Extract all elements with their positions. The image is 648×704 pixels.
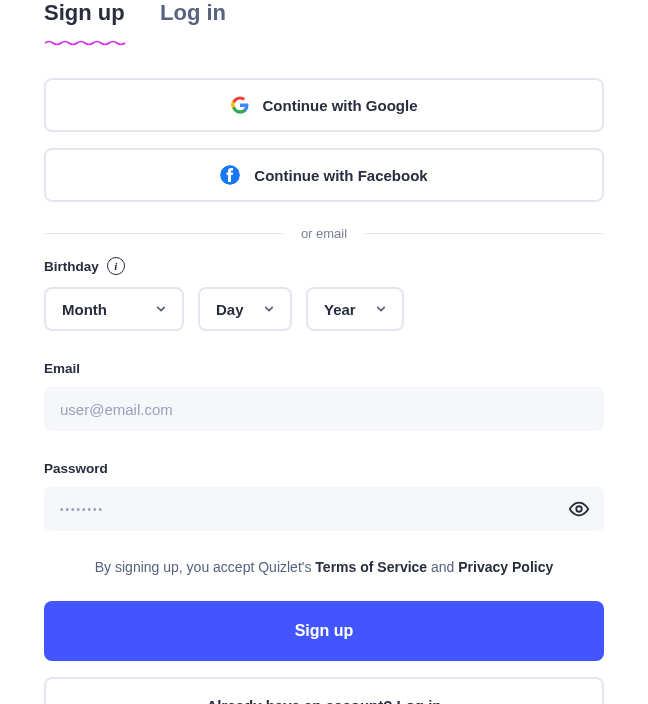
birthday-label: Birthday — [44, 259, 99, 274]
facebook-button-label: Continue with Facebook — [254, 167, 427, 184]
info-icon[interactable]: i — [107, 257, 125, 275]
google-button-label: Continue with Google — [263, 97, 418, 114]
birthday-day-select[interactable]: Day — [198, 287, 292, 331]
divider-label: or email — [301, 226, 347, 241]
password-input[interactable] — [44, 487, 604, 531]
year-value: Year — [324, 301, 356, 318]
facebook-icon — [220, 165, 240, 185]
svg-point-1 — [576, 506, 582, 512]
legal-text: By signing up, you accept Quizlet's Term… — [44, 559, 604, 575]
birthday-month-select[interactable]: Month — [44, 287, 184, 331]
birthday-year-select[interactable]: Year — [306, 287, 404, 331]
email-input[interactable] — [44, 387, 604, 431]
terms-of-service-link[interactable]: Terms of Service — [315, 559, 427, 575]
continue-with-facebook-button[interactable]: Continue with Facebook — [44, 148, 604, 202]
legal-prefix: By signing up, you accept Quizlet's — [95, 559, 316, 575]
active-tab-underline-icon — [44, 40, 128, 46]
continue-with-google-button[interactable]: Continue with Google — [44, 78, 604, 132]
email-label: Email — [44, 361, 80, 376]
privacy-policy-link[interactable]: Privacy Policy — [458, 559, 553, 575]
google-icon — [231, 96, 249, 114]
or-email-divider: or email — [44, 226, 604, 241]
legal-mid: and — [431, 559, 458, 575]
chevron-down-icon — [264, 304, 274, 314]
chevron-down-icon — [156, 304, 166, 314]
signup-button[interactable]: Sign up — [44, 601, 604, 661]
eye-icon[interactable] — [568, 498, 590, 520]
tab-login[interactable]: Log in — [160, 0, 226, 32]
login-instead-button[interactable]: Already have an account? Log in — [44, 677, 604, 704]
day-value: Day — [216, 301, 244, 318]
password-label: Password — [44, 461, 108, 476]
tab-signup[interactable]: Sign up — [44, 0, 128, 32]
month-value: Month — [62, 301, 107, 318]
chevron-down-icon — [376, 304, 386, 314]
